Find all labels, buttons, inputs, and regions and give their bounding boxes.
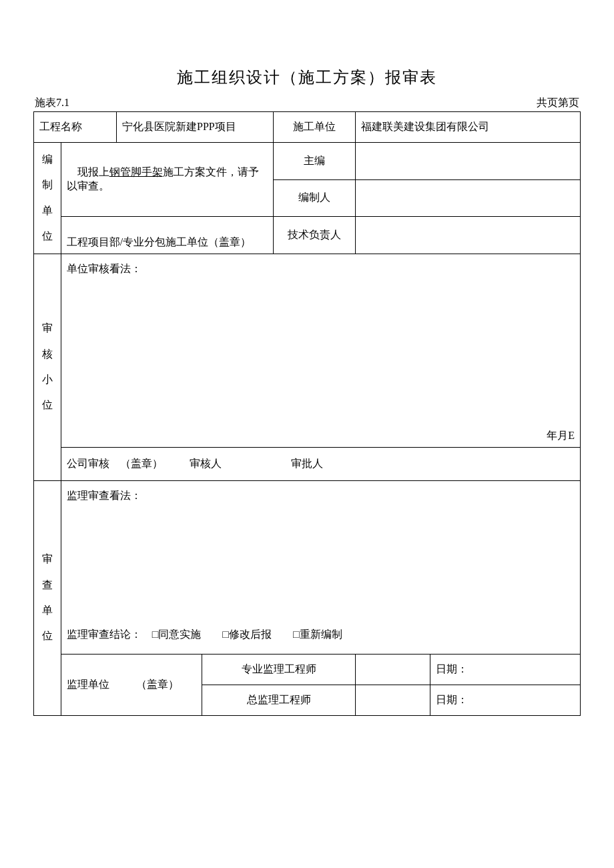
- meta-row: 施表7.1 共页第页: [33, 96, 581, 110]
- submit-vlabel: 编制单位: [34, 143, 61, 254]
- inspect-opinion-label: 监理审查看法：: [67, 485, 575, 507]
- page-title: 施工组织设计（施工方案）报审表: [33, 67, 581, 88]
- gap1: [109, 457, 120, 471]
- seal-line-cell: 工程项目部/专业分包施工单位（盖章）: [61, 217, 274, 254]
- inspect-vchar-3: 位: [39, 623, 55, 648]
- review-vchar-3: 位: [39, 392, 55, 418]
- pro-engineer-label: 专业监理工程师: [202, 654, 356, 685]
- review-date: 年月E: [547, 429, 575, 443]
- form-number: 施表7.1: [35, 96, 69, 110]
- review-vchar-2: 小: [39, 367, 55, 392]
- inspect-unit-label: 监理单位: [67, 679, 109, 690]
- review-vchar-0: 审: [39, 316, 55, 341]
- company-seal-text: （盖章）: [120, 457, 163, 471]
- company-seal-label: 公司审核: [67, 457, 109, 471]
- inspect-unit-cell: 监理单位 （盖章）: [61, 654, 202, 715]
- approver-label: 审批人: [291, 457, 323, 471]
- review-seal-row: 公司审核 （盖章） 审核人 审批人: [61, 447, 580, 480]
- inspect-seal-text: （盖章）: [136, 679, 179, 690]
- gap3: [222, 457, 291, 471]
- review-row-1: 审 核 小 位 单位审核看法： 年月E: [34, 254, 581, 447]
- inspect-opinion-cell: 监理审查看法： 监理审查结论： □同意实施 □修改后报 □重新编制: [61, 480, 580, 654]
- inspect-vchar-2: 单: [39, 598, 55, 623]
- opt2: □修改后报: [222, 628, 272, 642]
- pro-engineer-date: 日期：: [430, 654, 581, 685]
- review-vchar-1: 核: [39, 342, 55, 367]
- gap7: [112, 679, 133, 690]
- inspect-row-1: 审 查 单 位 监理审查看法： 监理审查结论： □同意实施 □修改后报 □重新编…: [34, 480, 581, 654]
- gap4: [141, 628, 152, 642]
- tech-lead-value: [356, 217, 581, 254]
- submit-row-1: 编制单位 现报上钢管脚手架施工方案文件，请予以审查。 主编: [34, 143, 581, 180]
- gap5: [201, 628, 222, 642]
- submit-underlined: 钢管脚手架: [109, 166, 163, 177]
- inspect-vlabel: 审 查 单 位: [34, 480, 61, 715]
- submit-prefix: 现报上: [77, 166, 109, 177]
- opt3: □重新编制: [293, 628, 342, 642]
- review-row-2: 公司审核 （盖章） 审核人 审批人: [34, 447, 581, 480]
- submit-text: 现报上钢管脚手架施工方案文件，请予以审查。: [61, 143, 274, 217]
- review-opinion-cell: 单位审核看法： 年月E: [61, 254, 580, 447]
- opt1: □同意实施: [152, 628, 202, 642]
- submit-row-3: 工程项目部/专业分包施工单位（盖章） 技术负责人: [34, 217, 581, 254]
- reviewer-label: 审核人: [190, 457, 222, 471]
- form-table: 工程名称 宁化县医院新建PPP项目 施工单位 福建联美建设集团有限公司 编制单位…: [33, 111, 581, 716]
- header-row: 工程名称 宁化县医院新建PPP项目 施工单位 福建联美建设集团有限公司: [34, 112, 581, 143]
- review-opinion-label: 单位审核看法：: [67, 258, 575, 280]
- chief-engineer-date: 日期：: [430, 685, 581, 715]
- gap2: [163, 457, 190, 471]
- chief-editor-label: 主编: [274, 143, 356, 180]
- project-name-label: 工程名称: [34, 112, 117, 143]
- page-info: 共页第页: [537, 96, 579, 110]
- gap6: [272, 628, 293, 642]
- construction-unit-value: 福建联美建设集团有限公司: [356, 112, 581, 143]
- inspect-vchar-1: 查: [39, 572, 55, 598]
- construction-unit-label: 施工单位: [274, 112, 356, 143]
- tech-lead-label: 技术负责人: [274, 217, 356, 254]
- inspect-vchar-0: 审: [39, 546, 55, 572]
- conclusion-label: 监理审查结论：: [67, 628, 141, 642]
- inspect-row-2: 监理单位 （盖章） 专业监理工程师 日期：: [34, 654, 581, 685]
- chief-engineer-label: 总监理工程师: [202, 685, 356, 715]
- project-name-value: 宁化县医院新建PPP项目: [117, 112, 274, 143]
- compiler-value: [356, 179, 581, 217]
- chief-engineer-value: [356, 685, 430, 715]
- review-vlabel: 审 核 小 位: [34, 254, 61, 480]
- compiler-label: 编制人: [274, 179, 356, 217]
- chief-editor-value: [356, 143, 581, 180]
- pro-engineer-value: [356, 654, 430, 685]
